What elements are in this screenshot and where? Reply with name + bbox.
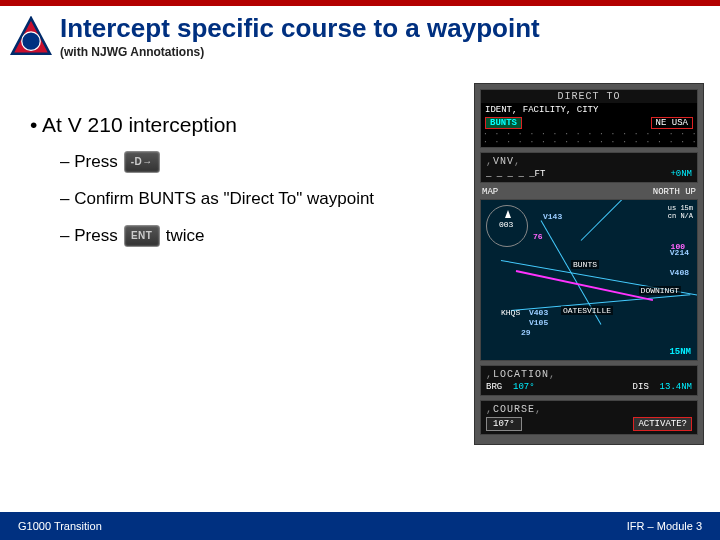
airway-label: V403 xyxy=(529,308,548,317)
heading-value: 003 xyxy=(499,220,513,229)
map-display[interactable]: 003 us 15m cn N/A V143 BUNTS V214 V408 V… xyxy=(480,199,698,361)
north-up-label: NORTH UP xyxy=(653,187,696,197)
airway-label: 29 xyxy=(521,328,531,337)
bullet-main-text: At V 210 interception xyxy=(42,113,237,136)
bullet-main: • At V 210 interception xyxy=(30,113,474,137)
screen-direct-to-title: DIRECT TO xyxy=(481,90,697,103)
airway-label: V143 xyxy=(543,212,562,221)
dots-line: · · · · · · · · · · · · · · · · · · · · … xyxy=(483,130,695,138)
vnv-ft: _ _ _ _ _FT xyxy=(486,169,545,179)
waypoint-ident-field[interactable]: BUNTS xyxy=(485,117,522,129)
dis-label: DIS xyxy=(633,382,649,392)
press-label: Press xyxy=(60,152,118,172)
footer-left: G1000 Transition xyxy=(18,520,102,532)
region-field[interactable]: NE USA xyxy=(651,117,693,129)
map-waypoint-bunts: BUNTS xyxy=(571,260,599,269)
footer-right: IFR – Module 3 xyxy=(627,520,702,532)
page-title: Intercept specific course to a waypoint xyxy=(60,14,540,43)
airway-label: V105 xyxy=(529,318,548,327)
dots-line: · · · · · · · · · · · · · · · · · · · · … xyxy=(483,138,695,146)
activate-button[interactable]: ACTIVATE? xyxy=(633,417,692,431)
airway-label: V408 xyxy=(670,268,689,277)
ent-button-icon: ENT xyxy=(124,225,160,247)
vnv-nm: +0NM xyxy=(670,169,692,179)
map-label: MAP xyxy=(482,187,498,197)
bullet-list: • At V 210 interception Press -D→ Confir… xyxy=(30,83,474,445)
map-city-label: DOWNINGT xyxy=(639,286,681,295)
map-airport-label: KHQS xyxy=(499,308,522,317)
vnv-title: ,VNV, xyxy=(484,155,694,168)
map-city-label: OATESVILLE xyxy=(561,306,613,315)
direct-to-button-icon: -D→ xyxy=(124,151,160,173)
course-value-field[interactable]: 107° xyxy=(486,417,522,431)
cap-logo-icon xyxy=(10,16,52,58)
brg-label: BRG xyxy=(486,382,502,392)
page-subtitle: (with NJWG Annotations) xyxy=(60,45,540,59)
location-title: ,LOCATION, xyxy=(484,368,694,381)
g1000-screen: DIRECT TO IDENT, FACILITY, CITY BUNTS NE… xyxy=(474,83,704,445)
ident-header: IDENT, FACILITY, CITY xyxy=(483,104,695,116)
bullet-press-dto: Press -D→ xyxy=(60,151,474,173)
altitude-label: 100 xyxy=(669,242,687,251)
altitude-label: 76 xyxy=(531,232,545,241)
course-title: ,COURSE, xyxy=(484,403,694,416)
twice-label: twice xyxy=(166,226,205,246)
range-box: us 15m cn N/A xyxy=(668,204,693,221)
confirm-text: Confirm BUNTS as "Direct To" waypoint xyxy=(60,189,374,209)
bullet-confirm: Confirm BUNTS as "Direct To" waypoint xyxy=(60,189,474,209)
map-range-label: 15NM xyxy=(669,347,691,357)
header: Intercept specific course to a waypoint … xyxy=(0,6,720,63)
brg-value: 107° xyxy=(513,382,535,392)
bullet-press-ent: Press ENT twice xyxy=(60,225,474,247)
press2-label: Press xyxy=(60,226,118,246)
dis-value: 13.4NM xyxy=(660,382,692,392)
compass-icon: 003 xyxy=(486,205,528,247)
footer-bar: G1000 Transition IFR – Module 3 xyxy=(0,512,720,540)
